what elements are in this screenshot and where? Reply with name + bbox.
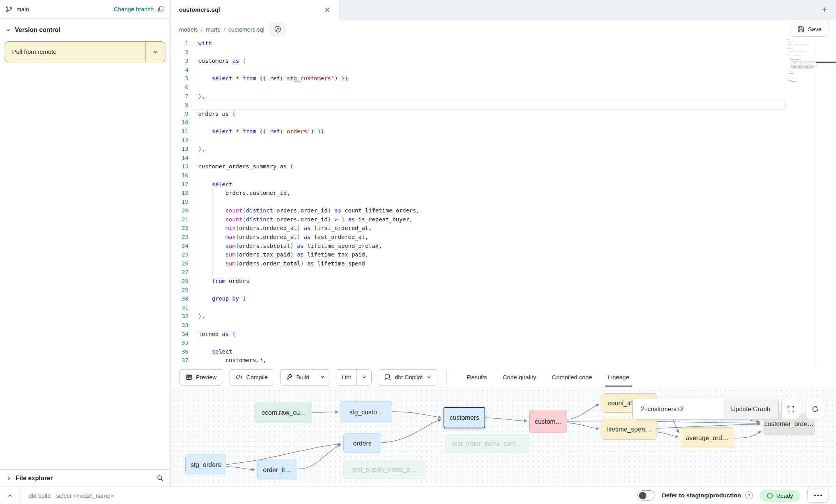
editor-scrollbar[interactable] bbox=[816, 39, 836, 366]
code-line: 1with bbox=[170, 39, 836, 48]
close-tab-icon[interactable]: ✕ bbox=[323, 5, 332, 14]
copy-icon[interactable] bbox=[158, 6, 165, 13]
edge-order-items-to-orders bbox=[297, 445, 341, 469]
code-line: 22 min(orders.ordered_at) as first_order… bbox=[170, 224, 836, 233]
edge-customers-to-customers-semantic bbox=[485, 418, 527, 421]
breadcrumb-item[interactable]: marts bbox=[206, 26, 221, 33]
code-line: 10 bbox=[170, 118, 836, 127]
code-line: 12 bbox=[170, 136, 836, 145]
change-branch-link[interactable]: Change branch bbox=[114, 6, 154, 12]
tab-results[interactable]: Results bbox=[461, 366, 493, 388]
chevron-up-icon[interactable] bbox=[0, 493, 20, 499]
lineage-selector-input[interactable]: 2+customers+2 bbox=[633, 399, 723, 419]
wrench-icon bbox=[286, 374, 293, 380]
ready-label: Ready bbox=[776, 492, 793, 499]
edge-stg-customers-to-customers bbox=[392, 412, 441, 417]
edge-ecom-raw-customers-to-stg-customers bbox=[312, 412, 338, 412]
code-line: 37 customers.*, bbox=[170, 356, 836, 365]
lineage-graph[interactable]: ecom.raw_cu…stg_custo…customerscustom…co… bbox=[170, 388, 836, 483]
lineage-node-customers-semantic[interactable]: custom… bbox=[529, 410, 567, 433]
file-explorer-header[interactable]: File explorer bbox=[0, 469, 170, 486]
build-dropdown-chevron[interactable] bbox=[315, 370, 330, 385]
panel-tabs: Results Code quality Compiled code Linea… bbox=[461, 366, 635, 388]
code-editor[interactable]: 1with2 3customers as (4 5 select * from … bbox=[170, 39, 836, 366]
save-button[interactable]: Save bbox=[790, 22, 829, 37]
edge-customers-semantic-to-lifetime-spend bbox=[567, 423, 599, 429]
code-line: 3customers as ( bbox=[170, 57, 836, 65]
edge-customers-semantic-to-customer-orders bbox=[567, 421, 760, 423]
lineage-node-customers[interactable]: customers bbox=[444, 407, 485, 428]
breadcrumb-item[interactable]: models bbox=[179, 26, 198, 33]
new-tab-button[interactable]: + bbox=[822, 5, 827, 14]
refresh-button[interactable] bbox=[806, 399, 824, 419]
status-badge: Ready bbox=[760, 490, 800, 502]
help-icon[interactable]: ? bbox=[745, 492, 753, 499]
dbt-copilot-button[interactable]: dbt Copilot bbox=[378, 369, 438, 386]
code-line: 20 count(distinct orders.order_id) as co… bbox=[170, 206, 836, 215]
lint-dropdown-chevron[interactable] bbox=[357, 370, 371, 385]
tab-compiled-code[interactable]: Compiled code bbox=[546, 366, 598, 388]
pull-dropdown-chevron[interactable] bbox=[146, 42, 165, 62]
code-line: 32), bbox=[170, 312, 836, 321]
code-line: 6 bbox=[170, 83, 836, 92]
lineage-node-average-order[interactable]: average_ord… bbox=[681, 427, 733, 448]
main-area: main Change branch Version control Pull … bbox=[0, 0, 836, 486]
branch-row: main Change branch bbox=[0, 0, 170, 19]
lineage-panel: ecom.raw_cu…stg_custo…customerscustom…co… bbox=[170, 388, 836, 486]
fullscreen-button[interactable] bbox=[781, 399, 800, 419]
breadcrumb[interactable]: models/marts/customers.sql bbox=[179, 26, 264, 33]
version-control-header[interactable]: Version control bbox=[0, 19, 170, 38]
code-line: 2 bbox=[170, 48, 836, 57]
build-button[interactable]: Build bbox=[280, 370, 314, 385]
code-line: 36 select bbox=[170, 347, 836, 356]
lint-split-button: Lint bbox=[336, 369, 372, 386]
minimap[interactable]: 1with2 3customers as (4 5 select * from … bbox=[785, 39, 815, 257]
ready-ring-icon bbox=[767, 493, 773, 499]
defer-toggle[interactable] bbox=[637, 490, 655, 500]
code-line: 16 bbox=[170, 171, 836, 180]
update-graph-button[interactable]: Update Graph bbox=[723, 399, 778, 419]
tab-code-quality[interactable]: Code quality bbox=[496, 366, 542, 388]
command-input[interactable]: dbt build --select <model_name> bbox=[28, 492, 637, 499]
code-line: 33 bbox=[170, 321, 836, 330]
lineage-node-test-order-items: test_order_items_com… bbox=[445, 434, 529, 453]
compile-button[interactable]: Compile bbox=[229, 369, 274, 386]
lineage-node-ecom-raw-customers[interactable]: ecom.raw_cu… bbox=[256, 402, 312, 423]
code-line: 29 bbox=[170, 286, 836, 295]
scrollbar-mark bbox=[816, 62, 836, 63]
defer-label: Defer to staging/production bbox=[662, 492, 741, 499]
code-line: 7), bbox=[170, 92, 836, 101]
tab-lineage[interactable]: Lineage bbox=[602, 366, 635, 388]
search-icon[interactable] bbox=[156, 474, 164, 482]
code-line: 15customer_orders_summary as ( bbox=[170, 162, 836, 171]
lineage-node-order-items[interactable]: order_it… bbox=[257, 460, 297, 480]
pull-from-remote-button[interactable]: Pull from remote bbox=[5, 41, 165, 62]
sidebar: main Change branch Version control Pull … bbox=[0, 0, 170, 486]
code-line: 14 bbox=[170, 154, 836, 163]
lineage-node-lifetime-spend[interactable]: lifetime_spen… bbox=[602, 419, 657, 440]
code-line: 19 bbox=[170, 198, 836, 207]
compass-icon[interactable] bbox=[269, 22, 286, 37]
preview-button[interactable]: Preview bbox=[179, 369, 223, 386]
chevron-down-icon bbox=[5, 27, 11, 33]
lint-button[interactable]: Lint bbox=[336, 370, 357, 385]
editor-column: customers.sql ✕ + models/marts/customers… bbox=[170, 0, 836, 486]
lineage-selector-bar: 2+customers+2 Update Graph bbox=[632, 399, 779, 420]
breadcrumb-item[interactable]: customers.sql bbox=[228, 26, 264, 33]
more-options-button[interactable] bbox=[807, 488, 829, 503]
code-line: 24 sum(orders.subtotal) as lifetime_spen… bbox=[170, 242, 836, 251]
tab-customers-sql[interactable]: customers.sql ✕ bbox=[170, 0, 339, 19]
edge-lifetime-spend-to-average-order bbox=[657, 432, 678, 437]
code-line: 25 sum(orders.tax_paid) as lifetime_tax_… bbox=[170, 250, 836, 259]
code-line: 37 customers.*, bbox=[785, 81, 815, 82]
tab-bar: customers.sql ✕ + bbox=[170, 0, 836, 19]
save-label: Save bbox=[808, 26, 822, 33]
table-icon bbox=[186, 374, 192, 380]
code-icon bbox=[236, 374, 243, 380]
code-line: 9orders as ( bbox=[170, 110, 836, 118]
lineage-node-stg-customers[interactable]: stg_custo… bbox=[341, 401, 392, 423]
lineage-node-orders[interactable]: orders bbox=[343, 433, 381, 453]
code-line: 5 select * from {{ ref('stg_customers') … bbox=[170, 74, 836, 83]
branch-name: main bbox=[16, 6, 29, 12]
lineage-node-stg-orders[interactable]: stg_orders bbox=[185, 454, 226, 475]
